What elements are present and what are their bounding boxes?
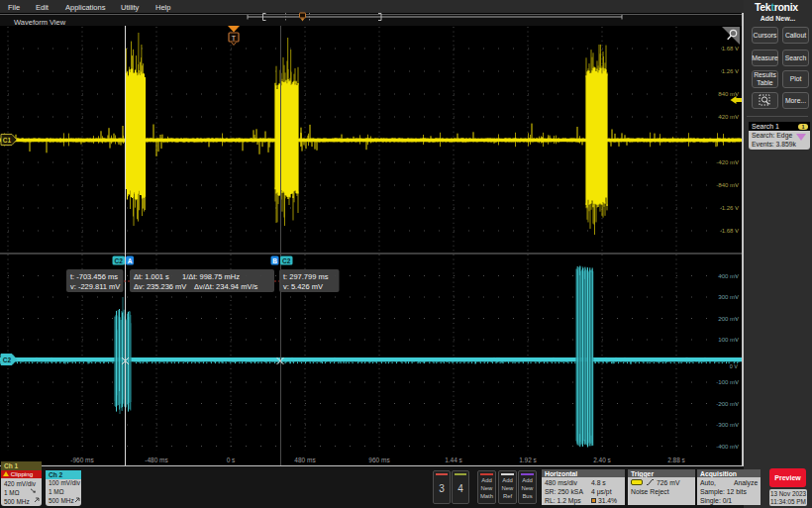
svg-text:1.26 V: 1.26 V xyxy=(722,68,739,74)
svg-text:1/Δt: 998.75 mHz: 1/Δt: 998.75 mHz xyxy=(182,272,240,281)
svg-text:2.40 s: 2.40 s xyxy=(593,457,611,463)
svg-text:420 mV: 420 mV xyxy=(718,114,739,120)
svg-text:t: 297.799 ms: t: 297.799 ms xyxy=(283,272,329,281)
svg-text:t: -703.456 ms: t: -703.456 ms xyxy=(70,272,118,281)
svg-text:300 mV: 300 mV xyxy=(718,294,739,300)
svg-text:C2: C2 xyxy=(282,257,291,264)
svg-text:840 mV: 840 mV xyxy=(718,91,739,97)
svg-text:B: B xyxy=(272,257,277,264)
svg-text:200 mV: 200 mV xyxy=(718,316,739,322)
svg-text:-1.68 V: -1.68 V xyxy=(720,228,739,234)
svg-text:-840 mV: -840 mV xyxy=(716,182,739,188)
svg-text:1.68 V: 1.68 V xyxy=(722,46,739,51)
svg-text:-960 ms: -960 ms xyxy=(70,457,94,463)
svg-text:-480 ms: -480 ms xyxy=(145,457,168,463)
svg-text:0 V: 0 V xyxy=(730,363,739,369)
svg-text:-400 mV: -400 mV xyxy=(716,444,739,450)
svg-text:C2: C2 xyxy=(3,356,12,363)
svg-text:A: A xyxy=(128,257,133,264)
svg-text:C2: C2 xyxy=(115,257,124,264)
svg-text:Δv/Δt: 234.94 mV/s: Δv/Δt: 234.94 mV/s xyxy=(194,282,257,291)
svg-text:960 ms: 960 ms xyxy=(368,457,390,463)
svg-text:Δt: 1.001 s: Δt: 1.001 s xyxy=(134,272,169,281)
svg-text:0 s: 0 s xyxy=(227,457,236,463)
svg-text:-200 mV: -200 mV xyxy=(716,401,739,407)
svg-text:400 mV: 400 mV xyxy=(718,273,739,279)
svg-text:v: 5.426 mV: v: 5.426 mV xyxy=(283,282,323,291)
svg-text:T: T xyxy=(232,35,237,42)
svg-text:C1: C1 xyxy=(3,137,12,144)
svg-text:2.88 s: 2.88 s xyxy=(667,457,685,463)
svg-text:-420 mV: -420 mV xyxy=(716,159,739,165)
svg-text:-300 mV: -300 mV xyxy=(716,422,739,428)
svg-text:1.44 s: 1.44 s xyxy=(445,457,462,463)
svg-text:1.92 s: 1.92 s xyxy=(519,457,537,463)
svg-text:-100 mV: -100 mV xyxy=(716,379,739,385)
svg-text:Δv: 235.236 mV: Δv: 235.236 mV xyxy=(134,282,186,291)
svg-text:100 mV: 100 mV xyxy=(718,337,739,343)
svg-text:480 ms: 480 ms xyxy=(294,457,316,463)
svg-text:-1.26 V: -1.26 V xyxy=(720,205,739,211)
svg-text:v: -229.811 mV: v: -229.811 mV xyxy=(70,282,120,291)
